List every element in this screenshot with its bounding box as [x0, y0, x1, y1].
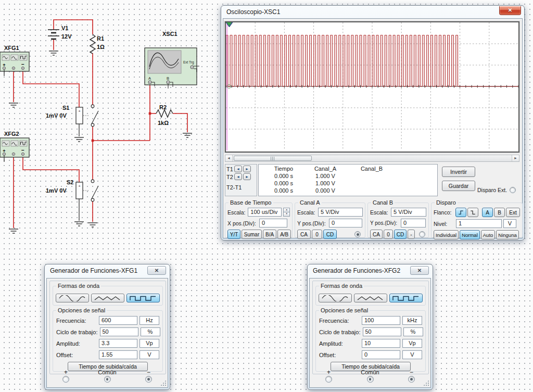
freq-unit[interactable]: Hz: [139, 316, 159, 325]
cha-scale-input[interactable]: 5 V/Div: [318, 208, 363, 217]
sine-waveform-button[interactable]: [56, 294, 89, 302]
triangle-waveform-button[interactable]: [91, 294, 124, 302]
close-icon[interactable]: ✕: [410, 266, 429, 275]
t2-left-button[interactable]: ◄: [234, 173, 242, 180]
trig-normal-button[interactable]: Normal: [460, 230, 480, 239]
t2t1-cha: 0.000 V: [302, 187, 348, 195]
trigger-b-button[interactable]: B: [494, 208, 505, 217]
tb-xpos-input[interactable]: 0: [259, 219, 287, 227]
cha-0-button[interactable]: 0: [312, 230, 322, 239]
cha-cd-button[interactable]: CD: [323, 230, 337, 239]
amplitude-unit[interactable]: Vp: [402, 339, 422, 348]
scope-display[interactable]: [225, 21, 519, 153]
level-input[interactable]: 1: [456, 219, 502, 228]
plus-terminal-label: +: [327, 370, 331, 375]
component-v1-battery[interactable]: V1 12V: [48, 25, 72, 40]
save-button[interactable]: Guardar: [442, 181, 475, 191]
trig-auto-button[interactable]: Auto: [481, 230, 496, 239]
fg1-titlebar[interactable]: Generador de Funciones-XFG1 ✕: [45, 264, 170, 277]
offset-input[interactable]: 0: [362, 350, 400, 359]
mode-ba-button[interactable]: B/A: [263, 230, 276, 239]
mode-ab-button[interactable]: A/B: [277, 230, 291, 239]
chb-minus-button[interactable]: -: [408, 230, 415, 239]
tb-scale-spinner[interactable]: ▲ ▼: [283, 208, 290, 217]
minus-terminal-radio[interactable]: [145, 376, 152, 383]
offset-unit[interactable]: V: [402, 350, 422, 359]
plus-terminal-radio[interactable]: [62, 376, 69, 383]
chb-ypos-input[interactable]: 0: [401, 219, 426, 227]
common-terminal-label: Común: [98, 370, 116, 375]
close-icon[interactable]: ✕: [499, 6, 521, 15]
duty-input[interactable]: 50: [100, 327, 138, 336]
chb-scale-label: Escala:: [370, 209, 389, 216]
offset-unit[interactable]: V: [139, 350, 159, 359]
scope-scrollbar[interactable]: ◄ ►: [225, 155, 519, 162]
close-icon[interactable]: ✕: [147, 266, 166, 275]
mode-sumar-button[interactable]: Sumar: [242, 230, 262, 239]
fg1-panel: Formas de onda Opciones de señal Frecuen…: [49, 281, 166, 374]
duty-unit[interactable]: %: [403, 327, 423, 336]
trigger-ext-button[interactable]: Ext: [506, 208, 520, 217]
component-xfg1-icon[interactable]: XFG1 + −: [0, 45, 29, 76]
chb-cd-button[interactable]: CD: [394, 230, 407, 239]
duty-input[interactable]: 50: [363, 327, 401, 336]
fg1-window[interactable]: Generador de Funciones-XFG1 ✕ Formas de …: [44, 264, 170, 390]
component-xfg2-icon[interactable]: XFG2 + −: [0, 131, 29, 162]
cha-ypos-input[interactable]: 0: [329, 219, 362, 227]
plus-terminal-radio[interactable]: [325, 376, 332, 383]
chb-ca-button[interactable]: CA: [370, 230, 383, 239]
duty-unit[interactable]: %: [141, 327, 160, 336]
cha-radio[interactable]: [354, 231, 361, 237]
amplitude-label: Amplitud:: [319, 340, 360, 347]
component-s1-switch[interactable]: + S1 1mV 0V: [46, 105, 98, 127]
minus-terminal-radio[interactable]: [408, 376, 415, 383]
common-terminal-radio[interactable]: [104, 376, 111, 383]
fg1-waveforms-group: Formas de onda: [53, 286, 163, 306]
offset-input[interactable]: 1.55: [99, 350, 137, 359]
triangle-waveform-button[interactable]: [354, 294, 387, 302]
amplitude-input[interactable]: 10: [362, 339, 400, 348]
t2-right-button[interactable]: ►: [243, 173, 251, 180]
component-r2-resistor[interactable]: R2 1kΩ: [156, 104, 173, 126]
fg2-window[interactable]: Generador de Funciones-XFG2 ✕ Formas de …: [307, 264, 433, 390]
invert-button[interactable]: Invertir: [442, 167, 475, 177]
chb-0-button[interactable]: 0: [384, 230, 393, 239]
scrollbar-thumb[interactable]: [234, 156, 312, 161]
component-xsc1-icon[interactable]: XSC1 Ext Trg A B: [145, 31, 199, 88]
chb-radio[interactable]: [419, 231, 425, 237]
mode-yt-button[interactable]: Y/T: [227, 230, 240, 239]
square-waveform-button[interactable]: [389, 294, 423, 302]
r1-ref-label: R1: [97, 35, 104, 42]
t1-left-button[interactable]: ◄: [234, 166, 242, 172]
falling-edge-button[interactable]: [467, 208, 478, 217]
sine-waveform-button[interactable]: [319, 294, 352, 302]
common-terminal-radio[interactable]: [367, 376, 374, 383]
square-waveform-button[interactable]: [126, 294, 160, 302]
ext-trigger-radio[interactable]: [510, 187, 516, 193]
component-s2-switch[interactable]: + S2 1mV 0V: [46, 179, 98, 201]
t2t1-time: 0.000 s: [265, 187, 302, 195]
trig-ninguna-button[interactable]: Ninguna: [496, 230, 518, 239]
fg2-titlebar[interactable]: Generador de Funciones-XFG2 ✕: [308, 264, 433, 277]
fg1-client: Formas de onda Opciones de señal Frecuen…: [46, 278, 168, 388]
oscilloscope-titlebar[interactable]: Osciloscopio-XSC1 ✕: [221, 6, 524, 18]
s1-value-label: 1mV 0V: [46, 112, 67, 119]
rising-edge-button[interactable]: [455, 208, 466, 217]
t1-right-button[interactable]: ►: [243, 166, 251, 172]
tb-scale-input[interactable]: 100 us/Div: [248, 208, 282, 217]
trig-individual-button[interactable]: Individual: [434, 230, 459, 239]
amplitude-unit[interactable]: Vp: [139, 339, 159, 348]
scroll-right-icon[interactable]: ►: [512, 155, 519, 161]
freq-input[interactable]: 600: [99, 316, 137, 325]
thumb-grip-icon: [271, 157, 275, 160]
freq-input[interactable]: 100: [362, 316, 400, 325]
chb-scale-input[interactable]: 5 V/Div: [391, 208, 426, 217]
cha-ca-button[interactable]: CA: [297, 230, 311, 239]
component-r1-resistor[interactable]: R1 1Ω: [90, 34, 105, 54]
oscilloscope-window[interactable]: Osciloscopio-XSC1 ✕ ◄ ► T1 ◄ ► T2 ◄ ► T2…: [221, 5, 525, 241]
amplitude-input[interactable]: 3.3: [99, 339, 137, 348]
v1-ref-label: V1: [61, 25, 68, 31]
trigger-a-button[interactable]: A: [482, 208, 493, 217]
freq-unit[interactable]: kHz: [402, 316, 422, 325]
scroll-left-icon[interactable]: ◄: [225, 155, 233, 161]
